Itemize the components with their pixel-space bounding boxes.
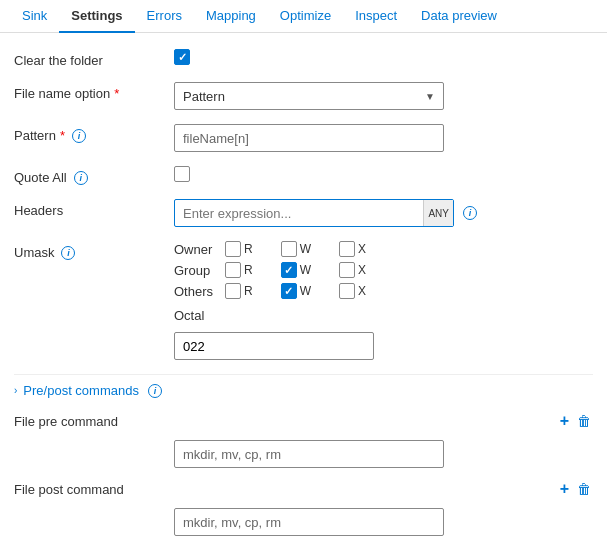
umask-group-r-group: R [225,262,253,278]
octal-label: Octal [174,308,593,323]
file-name-option-required: * [114,86,119,101]
umask-owner-row: Owner R W X [174,241,593,257]
settings-content: Clear the folder File name option * Patt… [0,33,607,540]
umask-group-row: Group R W X [174,262,593,278]
umask-row: Umask i Owner R W [14,241,593,360]
chevron-down-icon: ▼ [425,91,435,102]
quote-all-info-icon[interactable]: i [74,171,88,185]
umask-owner-w-checkbox[interactable] [281,241,297,257]
umask-label: Umask i [14,241,174,260]
pre-post-commands-header[interactable]: › Pre/post commands i [14,383,593,398]
umask-owner-x-checkbox[interactable] [339,241,355,257]
umask-owner-x-group: X [339,241,366,257]
pre-post-chevron-icon: › [14,385,17,396]
tab-optimize[interactable]: Optimize [268,0,343,32]
pattern-control [174,124,593,152]
umask-control: Owner R W X [174,241,593,360]
file-post-delete-button[interactable]: 🗑 [575,479,593,499]
quote-all-checkbox[interactable] [174,166,190,182]
tab-settings[interactable]: Settings [59,0,134,33]
umask-others-w-group: W [281,283,311,299]
clear-folder-checkbox[interactable] [174,49,190,65]
file-pre-input-wrapper [14,440,593,468]
umask-others-row: Others R W X [174,283,593,299]
umask-grid: Owner R W X [174,241,593,360]
umask-x-label: X [358,242,366,256]
headers-input[interactable] [175,206,423,221]
umask-w-label: W [300,242,311,256]
headers-info-icon[interactable]: i [463,206,477,220]
umask-others-r-group: R [225,283,253,299]
file-post-command-control: + 🗑 [174,478,593,500]
file-pre-command-input[interactable] [174,440,444,468]
quote-all-control [174,166,593,182]
file-post-input-wrapper [14,508,593,536]
umask-owner-label: Owner [174,242,219,257]
trash-icon: 🗑 [577,413,591,429]
pattern-label: Pattern * i [14,124,174,143]
file-post-command-row: File post command + 🗑 [14,478,593,500]
clear-folder-label: Clear the folder [14,49,174,68]
clear-folder-row: Clear the folder [14,49,593,68]
umask-owner-r-checkbox[interactable] [225,241,241,257]
tab-errors[interactable]: Errors [135,0,194,32]
file-pre-command-control: + 🗑 [174,410,593,432]
plus-icon-2: + [560,480,569,498]
pattern-input[interactable] [174,124,444,152]
tab-bar: Sink Settings Errors Mapping Optimize In… [0,0,607,33]
file-name-option-label: File name option * [14,82,174,101]
pattern-info-icon[interactable]: i [72,129,86,143]
umask-info-icon[interactable]: i [61,246,75,260]
file-pre-command-actions: + 🗑 [558,410,593,432]
headers-any-badge: ANY [423,200,453,226]
file-name-option-control: Pattern ▼ [174,82,593,110]
pattern-required: * [60,128,65,143]
file-pre-add-button[interactable]: + [558,410,571,432]
umask-others-label: Others [174,284,219,299]
tab-mapping[interactable]: Mapping [194,0,268,32]
pattern-row: Pattern * i [14,124,593,152]
umask-others-x-checkbox[interactable] [339,283,355,299]
file-post-command-input[interactable] [174,508,444,536]
pre-post-commands-label: Pre/post commands [23,383,139,398]
headers-input-wrap: ANY [174,199,454,227]
tab-data-preview[interactable]: Data preview [409,0,509,32]
headers-label: Headers [14,199,174,218]
file-name-option-select[interactable]: Pattern ▼ [174,82,444,110]
quote-all-label: Quote All i [14,166,174,185]
umask-r-label: R [244,242,253,256]
umask-others-w-checkbox[interactable] [281,283,297,299]
pre-post-info-icon[interactable]: i [148,384,162,398]
file-post-add-button[interactable]: + [558,478,571,500]
file-pre-command-row: File pre command + 🗑 [14,410,593,432]
umask-group-x-group: X [339,262,366,278]
file-post-command-label: File post command [14,478,174,497]
umask-owner-r-group: R [225,241,253,257]
quote-all-row: Quote All i [14,166,593,185]
tab-sink[interactable]: Sink [10,0,59,32]
umask-group-w-checkbox[interactable] [281,262,297,278]
plus-icon: + [560,412,569,430]
file-pre-command-label: File pre command [14,410,174,429]
umask-group-x-checkbox[interactable] [339,262,355,278]
file-pre-delete-button[interactable]: 🗑 [575,411,593,431]
umask-group-r-checkbox[interactable] [225,262,241,278]
umask-group-w-group: W [281,262,311,278]
trash-icon-2: 🗑 [577,481,591,497]
clear-folder-control [174,49,593,65]
umask-owner-w-group: W [281,241,311,257]
octal-input[interactable] [174,332,374,360]
file-post-command-actions: + 🗑 [558,478,593,500]
divider-1 [14,374,593,375]
umask-group-label: Group [174,263,219,278]
headers-row: Headers ANY i [14,199,593,227]
tab-inspect[interactable]: Inspect [343,0,409,32]
umask-others-x-group: X [339,283,366,299]
file-name-option-row: File name option * Pattern ▼ [14,82,593,110]
headers-control: ANY i [174,199,593,227]
umask-others-r-checkbox[interactable] [225,283,241,299]
